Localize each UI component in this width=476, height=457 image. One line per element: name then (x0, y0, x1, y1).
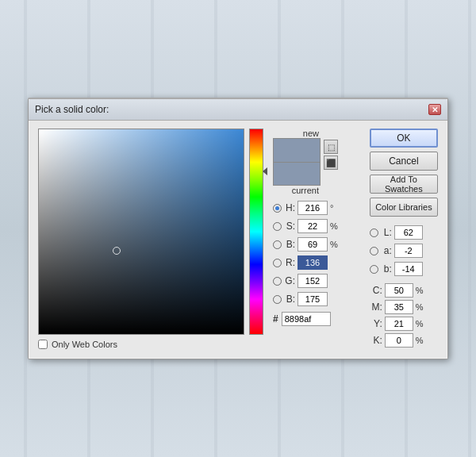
bright-field-row: B: % (273, 237, 362, 252)
c-field-row: C: % (370, 283, 438, 298)
hue-label: H: (284, 202, 295, 213)
sat-field-row: S: % (273, 219, 362, 233)
blue-label: B: (284, 294, 295, 305)
l-label: L: (381, 227, 392, 238)
eyedropper-button-1[interactable]: ⬚ (324, 140, 338, 154)
hue-radio[interactable] (273, 204, 282, 213)
new-color-swatch[interactable] (273, 138, 321, 162)
sat-label: S: (284, 221, 295, 232)
red-input[interactable] (298, 255, 328, 270)
a-field-row: a: (370, 244, 438, 258)
c-input[interactable] (385, 283, 413, 298)
dialog-title: Pick a solid color: (35, 104, 109, 115)
hash-symbol: # (273, 313, 278, 325)
fields-section: new current ⬚ ⬛ H: ° (273, 129, 362, 349)
green-input[interactable] (298, 274, 328, 288)
c-label: C: (370, 285, 382, 296)
lab-fields: L: a: b: (370, 225, 438, 278)
current-color-swatch[interactable] (273, 162, 321, 186)
picker-controls (38, 129, 265, 335)
eyedropper-button-2[interactable]: ⬛ (324, 156, 338, 170)
b-field-row: b: (370, 262, 438, 276)
blue-radio[interactable] (273, 295, 282, 304)
a-label: a: (381, 245, 392, 256)
y-input[interactable] (385, 317, 413, 331)
k-label: K: (370, 335, 382, 346)
green-radio[interactable] (273, 277, 282, 286)
m-field-row: M: % (370, 300, 438, 314)
y-unit: % (416, 319, 424, 328)
eyedropper-buttons: ⬚ ⬛ (324, 140, 338, 170)
swatch-stack (273, 138, 321, 186)
green-field-row: G: (273, 274, 362, 288)
hue-input[interactable] (298, 201, 328, 215)
bright-radio[interactable] (273, 240, 282, 249)
blue-input[interactable] (298, 292, 328, 306)
k-unit: % (416, 336, 424, 345)
color-libraries-button[interactable]: Color Libraries (370, 198, 438, 217)
preview-section: new current ⬚ ⬛ (273, 129, 362, 195)
color-picker-dialog: Pick a solid color: ✕ (28, 98, 448, 359)
cmyk-fields: C: % M: % Y: % K: % (370, 283, 438, 348)
color-gradient-area[interactable] (38, 129, 244, 335)
add-to-swatches-button[interactable]: Add To Swatches (370, 175, 438, 194)
hex-row: # (273, 312, 362, 326)
preview-container: new current (273, 129, 321, 195)
close-button[interactable]: ✕ (428, 104, 441, 115)
action-buttons: OK Cancel Add To Swatches Color Librarie… (370, 129, 438, 217)
only-web-label: Only Web Colors (52, 340, 117, 349)
green-label: G: (284, 275, 295, 286)
k-input[interactable] (385, 333, 413, 348)
l-field-row: L: (370, 225, 438, 240)
only-web-row: Only Web Colors (38, 340, 265, 349)
b-input[interactable] (394, 262, 423, 276)
hue-unit: ° (330, 203, 341, 213)
c-unit: % (416, 286, 424, 295)
new-label: new (303, 129, 319, 138)
right-panel: OK Cancel Add To Swatches Color Librarie… (370, 129, 438, 349)
current-label: current (292, 186, 319, 195)
m-input[interactable] (385, 300, 413, 314)
blue-field-row: B: (273, 292, 362, 306)
color-gradient (39, 129, 244, 334)
picker-section: Only Web Colors (38, 129, 265, 349)
l-input[interactable] (394, 225, 423, 240)
a-input[interactable] (394, 244, 423, 258)
ok-button[interactable]: OK (370, 129, 438, 148)
bright-unit: % (330, 240, 341, 249)
dialog-content: Only Web Colors new current ⬚ ⬛ (29, 121, 447, 359)
bright-input[interactable] (298, 237, 328, 252)
hue-arrow (263, 167, 267, 175)
hue-strip-wrapper (249, 129, 265, 335)
only-web-checkbox[interactable] (38, 340, 48, 349)
red-label: R: (284, 257, 295, 268)
title-bar: Pick a solid color: ✕ (29, 99, 447, 121)
b-radio[interactable] (370, 265, 378, 274)
m-label: M: (370, 301, 382, 313)
sat-radio[interactable] (273, 222, 282, 231)
hue-strip[interactable] (249, 129, 263, 335)
k-field-row: K: % (370, 333, 438, 348)
cancel-button[interactable]: Cancel (370, 152, 438, 171)
hue-field-row: H: ° (273, 201, 362, 215)
sat-input[interactable] (298, 219, 328, 233)
red-field-row: R: (273, 255, 362, 270)
bright-label: B: (284, 239, 295, 250)
a-radio[interactable] (370, 247, 378, 255)
l-radio[interactable] (370, 228, 378, 237)
sat-unit: % (330, 221, 341, 231)
hex-input[interactable] (282, 312, 331, 326)
red-radio[interactable] (273, 259, 282, 267)
y-field-row: Y: % (370, 317, 438, 331)
b-label: b: (381, 263, 392, 275)
m-unit: % (416, 302, 424, 312)
y-label: Y: (370, 318, 382, 329)
